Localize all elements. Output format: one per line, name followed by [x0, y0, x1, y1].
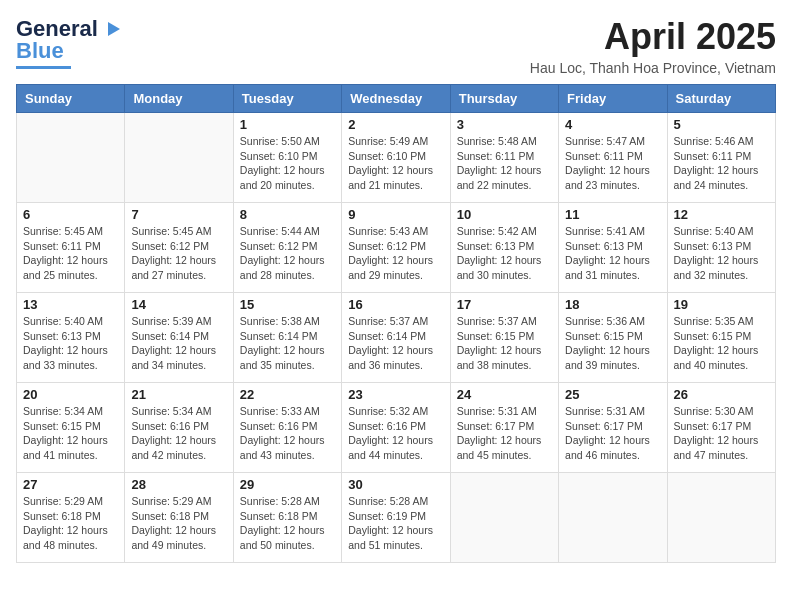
title-block: April 2025 Hau Loc, Thanh Hoa Province, …	[530, 16, 776, 76]
calendar-cell	[125, 113, 233, 203]
calendar-cell: 4Sunrise: 5:47 AMSunset: 6:11 PMDaylight…	[559, 113, 667, 203]
calendar-cell	[450, 473, 558, 563]
day-info: Sunrise: 5:35 AMSunset: 6:15 PMDaylight:…	[674, 314, 769, 373]
day-number: 13	[23, 297, 118, 312]
day-number: 7	[131, 207, 226, 222]
header-sunday: Sunday	[17, 85, 125, 113]
day-info: Sunrise: 5:28 AMSunset: 6:19 PMDaylight:…	[348, 494, 443, 553]
calendar-table: SundayMondayTuesdayWednesdayThursdayFrid…	[16, 84, 776, 563]
day-info: Sunrise: 5:40 AMSunset: 6:13 PMDaylight:…	[674, 224, 769, 283]
day-number: 15	[240, 297, 335, 312]
day-number: 2	[348, 117, 443, 132]
logo-text-blue: Blue	[16, 38, 64, 64]
calendar-cell: 9Sunrise: 5:43 AMSunset: 6:12 PMDaylight…	[342, 203, 450, 293]
calendar-cell: 23Sunrise: 5:32 AMSunset: 6:16 PMDayligh…	[342, 383, 450, 473]
calendar-cell: 1Sunrise: 5:50 AMSunset: 6:10 PMDaylight…	[233, 113, 341, 203]
day-number: 18	[565, 297, 660, 312]
week-row-5: 27Sunrise: 5:29 AMSunset: 6:18 PMDayligh…	[17, 473, 776, 563]
calendar-cell: 15Sunrise: 5:38 AMSunset: 6:14 PMDayligh…	[233, 293, 341, 383]
calendar-cell	[667, 473, 775, 563]
day-info: Sunrise: 5:39 AMSunset: 6:14 PMDaylight:…	[131, 314, 226, 373]
header-tuesday: Tuesday	[233, 85, 341, 113]
week-row-3: 13Sunrise: 5:40 AMSunset: 6:13 PMDayligh…	[17, 293, 776, 383]
svg-marker-0	[108, 22, 120, 36]
header-thursday: Thursday	[450, 85, 558, 113]
day-number: 21	[131, 387, 226, 402]
calendar-cell: 6Sunrise: 5:45 AMSunset: 6:11 PMDaylight…	[17, 203, 125, 293]
day-number: 17	[457, 297, 552, 312]
day-number: 22	[240, 387, 335, 402]
day-info: Sunrise: 5:29 AMSunset: 6:18 PMDaylight:…	[131, 494, 226, 553]
day-info: Sunrise: 5:41 AMSunset: 6:13 PMDaylight:…	[565, 224, 660, 283]
day-info: Sunrise: 5:33 AMSunset: 6:16 PMDaylight:…	[240, 404, 335, 463]
calendar-cell: 25Sunrise: 5:31 AMSunset: 6:17 PMDayligh…	[559, 383, 667, 473]
day-number: 28	[131, 477, 226, 492]
day-number: 4	[565, 117, 660, 132]
day-info: Sunrise: 5:45 AMSunset: 6:11 PMDaylight:…	[23, 224, 118, 283]
logo-icon	[100, 18, 122, 40]
header-monday: Monday	[125, 85, 233, 113]
day-number: 16	[348, 297, 443, 312]
day-number: 24	[457, 387, 552, 402]
calendar-header-row: SundayMondayTuesdayWednesdayThursdayFrid…	[17, 85, 776, 113]
calendar-cell: 24Sunrise: 5:31 AMSunset: 6:17 PMDayligh…	[450, 383, 558, 473]
calendar-cell: 19Sunrise: 5:35 AMSunset: 6:15 PMDayligh…	[667, 293, 775, 383]
calendar-cell: 28Sunrise: 5:29 AMSunset: 6:18 PMDayligh…	[125, 473, 233, 563]
calendar-cell: 2Sunrise: 5:49 AMSunset: 6:10 PMDaylight…	[342, 113, 450, 203]
calendar-cell	[559, 473, 667, 563]
calendar-cell: 14Sunrise: 5:39 AMSunset: 6:14 PMDayligh…	[125, 293, 233, 383]
day-info: Sunrise: 5:46 AMSunset: 6:11 PMDaylight:…	[674, 134, 769, 193]
calendar-cell: 8Sunrise: 5:44 AMSunset: 6:12 PMDaylight…	[233, 203, 341, 293]
day-info: Sunrise: 5:37 AMSunset: 6:15 PMDaylight:…	[457, 314, 552, 373]
day-info: Sunrise: 5:42 AMSunset: 6:13 PMDaylight:…	[457, 224, 552, 283]
day-number: 12	[674, 207, 769, 222]
header-wednesday: Wednesday	[342, 85, 450, 113]
day-info: Sunrise: 5:43 AMSunset: 6:12 PMDaylight:…	[348, 224, 443, 283]
logo-underline	[16, 66, 71, 69]
main-title: April 2025	[530, 16, 776, 58]
calendar-cell: 18Sunrise: 5:36 AMSunset: 6:15 PMDayligh…	[559, 293, 667, 383]
day-info: Sunrise: 5:48 AMSunset: 6:11 PMDaylight:…	[457, 134, 552, 193]
calendar-cell: 12Sunrise: 5:40 AMSunset: 6:13 PMDayligh…	[667, 203, 775, 293]
day-info: Sunrise: 5:50 AMSunset: 6:10 PMDaylight:…	[240, 134, 335, 193]
logo: General Blue	[16, 16, 122, 69]
day-number: 11	[565, 207, 660, 222]
week-row-1: 1Sunrise: 5:50 AMSunset: 6:10 PMDaylight…	[17, 113, 776, 203]
calendar-cell: 10Sunrise: 5:42 AMSunset: 6:13 PMDayligh…	[450, 203, 558, 293]
day-number: 5	[674, 117, 769, 132]
day-number: 26	[674, 387, 769, 402]
calendar-cell: 7Sunrise: 5:45 AMSunset: 6:12 PMDaylight…	[125, 203, 233, 293]
day-number: 8	[240, 207, 335, 222]
day-info: Sunrise: 5:36 AMSunset: 6:15 PMDaylight:…	[565, 314, 660, 373]
day-number: 10	[457, 207, 552, 222]
day-info: Sunrise: 5:34 AMSunset: 6:15 PMDaylight:…	[23, 404, 118, 463]
day-info: Sunrise: 5:49 AMSunset: 6:10 PMDaylight:…	[348, 134, 443, 193]
page-header: General Blue April 2025 Hau Loc, Thanh H…	[16, 16, 776, 76]
day-number: 23	[348, 387, 443, 402]
calendar-cell: 16Sunrise: 5:37 AMSunset: 6:14 PMDayligh…	[342, 293, 450, 383]
day-info: Sunrise: 5:32 AMSunset: 6:16 PMDaylight:…	[348, 404, 443, 463]
calendar-cell: 3Sunrise: 5:48 AMSunset: 6:11 PMDaylight…	[450, 113, 558, 203]
calendar-cell: 17Sunrise: 5:37 AMSunset: 6:15 PMDayligh…	[450, 293, 558, 383]
calendar-cell: 22Sunrise: 5:33 AMSunset: 6:16 PMDayligh…	[233, 383, 341, 473]
calendar-cell	[17, 113, 125, 203]
day-info: Sunrise: 5:30 AMSunset: 6:17 PMDaylight:…	[674, 404, 769, 463]
week-row-2: 6Sunrise: 5:45 AMSunset: 6:11 PMDaylight…	[17, 203, 776, 293]
day-info: Sunrise: 5:37 AMSunset: 6:14 PMDaylight:…	[348, 314, 443, 373]
calendar-cell: 13Sunrise: 5:40 AMSunset: 6:13 PMDayligh…	[17, 293, 125, 383]
day-info: Sunrise: 5:31 AMSunset: 6:17 PMDaylight:…	[457, 404, 552, 463]
day-number: 19	[674, 297, 769, 312]
calendar-cell: 20Sunrise: 5:34 AMSunset: 6:15 PMDayligh…	[17, 383, 125, 473]
day-number: 14	[131, 297, 226, 312]
calendar-cell: 5Sunrise: 5:46 AMSunset: 6:11 PMDaylight…	[667, 113, 775, 203]
day-number: 29	[240, 477, 335, 492]
day-info: Sunrise: 5:31 AMSunset: 6:17 PMDaylight:…	[565, 404, 660, 463]
header-saturday: Saturday	[667, 85, 775, 113]
day-number: 27	[23, 477, 118, 492]
day-info: Sunrise: 5:44 AMSunset: 6:12 PMDaylight:…	[240, 224, 335, 283]
day-info: Sunrise: 5:38 AMSunset: 6:14 PMDaylight:…	[240, 314, 335, 373]
day-number: 9	[348, 207, 443, 222]
day-info: Sunrise: 5:29 AMSunset: 6:18 PMDaylight:…	[23, 494, 118, 553]
week-row-4: 20Sunrise: 5:34 AMSunset: 6:15 PMDayligh…	[17, 383, 776, 473]
calendar-cell: 26Sunrise: 5:30 AMSunset: 6:17 PMDayligh…	[667, 383, 775, 473]
